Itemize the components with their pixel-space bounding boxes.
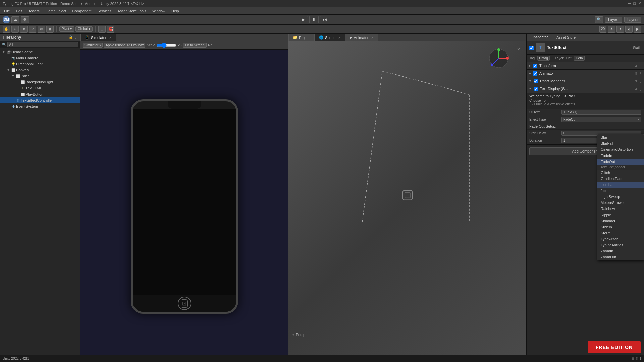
fit-to-screen-btn[interactable]: Fit to Screen — [183, 43, 207, 48]
dropdown-lightsweep[interactable]: LightSweep — [597, 194, 644, 200]
pivot-dropdown[interactable]: Pivot ▾ — [59, 26, 74, 32]
layers-button[interactable]: Layers — [605, 17, 622, 23]
menu-services[interactable]: Services — [95, 8, 114, 14]
gizmo-btn[interactable]: 20 — [599, 26, 606, 33]
scene-tab-close[interactable]: ✕ — [338, 36, 341, 39]
maximize-icon[interactable]: □ — [633, 1, 636, 6]
menu-edit[interactable]: Edit — [13, 8, 25, 14]
scale-slider[interactable] — [156, 43, 176, 48]
dropdown-gradientfade[interactable]: GradientFade — [597, 176, 644, 182]
effect-type-dropdown[interactable]: Blur BlurFall CinematicDistortion FadeIn… — [597, 134, 644, 260]
transform-more[interactable]: ⋮ — [639, 64, 642, 68]
anim-btn[interactable]: ▶ — [634, 26, 641, 33]
animator-enabled[interactable] — [533, 71, 537, 76]
dropdown-glitch[interactable]: Glitch — [597, 170, 644, 176]
td-enabled[interactable] — [534, 87, 538, 91]
scene-tab[interactable]: 🌐 Scene ✕ — [315, 34, 345, 41]
dropdown-blurfall[interactable]: BlurFall — [597, 140, 644, 146]
effect-manager-header[interactable]: ▼ Effect Manager ⚙ ⋮ — [527, 77, 644, 85]
animator-header[interactable]: ▶ Animator ⚙ ⋮ — [527, 70, 644, 77]
global-dropdown[interactable]: Global ▾ — [75, 26, 93, 32]
transform-settings[interactable]: ⚙ — [634, 64, 637, 68]
tree-eventsystem[interactable]: ⚙ EventSystem — [0, 103, 80, 109]
move-tool[interactable]: ⊕ — [11, 26, 19, 33]
inspector-tab[interactable]: Inspector — [529, 34, 551, 40]
simulator-dropdown[interactable]: Simulator ▾ — [83, 43, 103, 48]
layer-dropdown[interactable]: Defa — [574, 56, 584, 61]
object-name[interactable]: TextEffect — [547, 45, 566, 50]
object-active-checkbox[interactable] — [529, 46, 534, 50]
dropdown-typingantries[interactable]: TypingAntries — [597, 242, 644, 248]
snap-btn[interactable]: 🧲 — [107, 26, 114, 33]
dropdown-add-component[interactable]: Add Component — [597, 165, 644, 170]
animator-tab[interactable]: ▶ Animator ✕ — [345, 34, 378, 41]
dropdown-jitter[interactable]: Jitter — [597, 188, 644, 194]
scene-gizmo[interactable]: Y X Z — [488, 48, 509, 70]
audio-btn[interactable]: ♫ — [625, 26, 633, 33]
phone-home-btn[interactable]: ⊡ — [178, 297, 191, 310]
animator-more[interactable]: ⋮ — [639, 72, 642, 75]
dropdown-fadein[interactable]: FadeIn — [597, 153, 644, 159]
dropdown-fadeout[interactable]: FadeOut — [597, 159, 644, 165]
simulator-tab[interactable]: 📱 Simulator ✕ — [80, 34, 116, 41]
text-display-header[interactable]: ▼ Text Display (S... ⚙ ⋮ — [527, 85, 644, 93]
em-enabled[interactable] — [534, 79, 538, 83]
dropdown-shimmer[interactable]: Shimmer — [597, 218, 644, 224]
rotate-tool[interactable]: ↻ — [20, 26, 28, 33]
free-edition-banner[interactable]: FREE EDITION — [588, 341, 641, 353]
hand-tool[interactable]: ✋ — [3, 26, 10, 33]
tree-canvas[interactable]: ▼ ⬜ Canvas — [0, 67, 80, 73]
tree-texteffect-ctrl[interactable]: ⚙ TextEffectController — [0, 97, 80, 103]
play-button[interactable]: ▶ — [299, 16, 308, 23]
tree-bglight[interactable]: ⬜ BackgroundLight — [0, 79, 80, 85]
dropdown-zoomout[interactable]: ZoomOut — [597, 254, 644, 260]
dropdown-slidein[interactable]: SlideIn — [597, 224, 644, 230]
settings-btn[interactable]: ⚙ — [21, 16, 29, 23]
dropdown-rainbow[interactable]: Rainbow — [597, 206, 644, 212]
scene-root[interactable]: ▼ 🎬 Demo Scene — [0, 49, 80, 55]
dropdown-cinematic[interactable]: CinematicDistortion — [597, 146, 644, 153]
transform-tool[interactable]: ⊠ — [46, 26, 54, 33]
project-tab[interactable]: 📁 Project — [288, 34, 315, 41]
close-icon[interactable]: ✕ — [638, 1, 641, 6]
asset-store-tab[interactable]: Asset Store — [553, 35, 579, 40]
dropdown-zoomin[interactable]: ZoomIn — [597, 248, 644, 254]
dropdown-ripple[interactable]: Ripple — [597, 212, 644, 218]
animator-settings[interactable]: ⚙ — [634, 72, 637, 75]
td-settings[interactable]: ⚙ — [634, 87, 637, 91]
hierarchy-lock-icon[interactable]: 🔒 — [69, 35, 73, 39]
user-avatar[interactable]: DM — [3, 16, 10, 23]
em-more[interactable]: ⋮ — [639, 79, 642, 83]
bottom-grid-icon[interactable]: ⊞ — [632, 357, 634, 360]
cloud-btn[interactable]: ☁ — [11, 16, 19, 23]
menu-component[interactable]: Component — [69, 8, 94, 14]
effect-type-value[interactable]: FadeOut ▼ — [561, 117, 641, 122]
menu-file[interactable]: File — [1, 8, 13, 14]
simulator-tab-close[interactable]: ✕ — [109, 36, 112, 39]
tree-play-button[interactable]: ⬜ PlayButton — [0, 91, 80, 97]
tag-dropdown[interactable]: Untag — [537, 56, 550, 61]
animator-tab-close[interactable]: ✕ — [371, 36, 374, 39]
tree-directional-light[interactable]: 💡 Directional Light — [0, 61, 80, 67]
search-icon[interactable]: 🔍 — [595, 16, 603, 23]
fx-btn[interactable]: ✦ — [616, 26, 624, 33]
tree-text-tmp[interactable]: T Text (TMP) — [0, 85, 80, 91]
layout-button[interactable]: Layout — [624, 17, 641, 23]
dropdown-blur[interactable]: Blur — [597, 134, 644, 140]
td-more[interactable]: ⋮ — [639, 87, 642, 91]
hierarchy-search-input[interactable] — [7, 42, 78, 47]
menu-assets[interactable]: Assets — [26, 8, 42, 14]
menu-gameobject[interactable]: GameObject — [43, 8, 69, 14]
tree-main-camera[interactable]: 📷 Main Camera — [0, 55, 80, 61]
bottom-info-icon[interactable]: ℹ — [640, 357, 641, 360]
grid-btn[interactable]: ⊞ — [98, 26, 106, 33]
transform-enabled[interactable] — [533, 64, 537, 68]
transform-header[interactable]: ▶ Transform ⚙ ⋮ — [527, 62, 644, 69]
dropdown-storm[interactable]: Storm — [597, 230, 644, 236]
scene-gizmo-close[interactable]: ✕ — [517, 47, 520, 52]
hierarchy-more-icon[interactable]: ⋮ — [74, 35, 77, 39]
light-btn[interactable]: ☀ — [608, 26, 615, 33]
rect-tool[interactable]: ▭ — [38, 26, 45, 33]
minimize-icon[interactable]: ─ — [628, 1, 631, 6]
bottom-settings-icon[interactable]: ⚙ — [636, 357, 639, 360]
